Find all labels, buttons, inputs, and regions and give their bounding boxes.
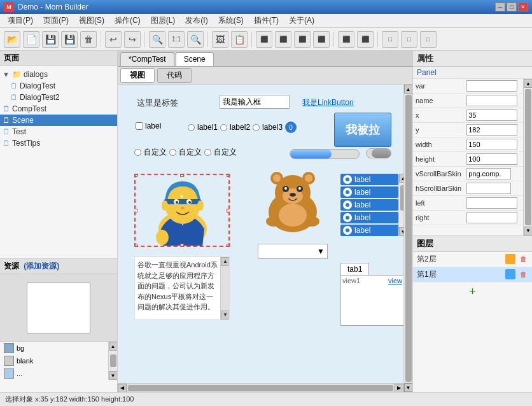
tab-CompTest[interactable]: *CompTest [120,52,174,66]
sel-handle-bc[interactable] [180,244,184,247]
toolbar-delete[interactable]: 🗑 [80,31,97,48]
widget-image-box[interactable]: ★ [134,174,230,247]
layer1-delete-button[interactable]: 🗑 [518,269,528,279]
checkbox-input[interactable] [136,122,143,130]
toolbar-new[interactable]: 📄 [23,31,39,48]
minimize-button[interactable]: ─ [495,3,505,11]
prop-input-var[interactable] [466,80,517,92]
toolbar-open[interactable]: 📂 [4,31,20,48]
self-radio1[interactable] [134,149,141,156]
list-item-2[interactable]: label [340,199,398,211]
menu-operation[interactable]: 操作(C) [109,14,146,27]
sel-handle-ml[interactable] [134,209,137,213]
prop-input-name[interactable] [466,95,517,106]
list-item-1[interactable]: label [340,186,398,198]
widget-checkbox1[interactable]: label [136,122,161,130]
radio2[interactable] [220,124,227,131]
prop-scroll-down[interactable]: ▼ [524,227,532,235]
list-item-4[interactable]: label [340,225,398,236]
toolbar-dist2[interactable]: ⬛ [357,31,374,48]
tree-item-dialogs[interactable]: ▼ 📁 dialogs [0,69,117,80]
prop-scroll-up[interactable]: ▲ [524,79,532,88]
asset-header[interactable]: 资源 (添加资源) [0,259,117,274]
widget-input1[interactable]: 我是输入框 [220,95,290,109]
view-link[interactable]: view [388,277,402,284]
menu-publish[interactable]: 发布(I) [180,14,213,27]
vscroll-down-btn[interactable]: ▼ [404,383,413,392]
canvas-content[interactable]: 这里是标签 我是输入框 我是LinkButton label label1 [118,85,412,392]
toolbar-save2[interactable]: 💾 [61,31,78,48]
toolbar-save1[interactable]: 💾 [42,31,59,48]
menu-system[interactable]: 系统(S) [213,14,249,27]
toolbar-zoom-in[interactable]: 🔍 [187,31,204,48]
prop-input-x[interactable] [466,109,517,121]
close-button[interactable]: ✕ [518,3,528,11]
layer2-delete-button[interactable]: 🗑 [518,254,528,264]
toolbar-layout3[interactable]: □ [420,31,437,48]
prop-input-y[interactable] [466,124,517,136]
asset-item-bg[interactable]: bg [0,342,108,354]
vscroll-up-btn[interactable]: ▲ [404,85,413,94]
radio1[interactable] [188,124,195,131]
asset-item-more[interactable]: ... [0,367,108,380]
layer-row-1[interactable]: 第1层 🗑 [413,267,532,283]
window-controls[interactable]: ─ □ ✕ [495,3,528,11]
menu-about[interactable]: 关于(A) [284,14,319,27]
toolbar-zoom-fit[interactable]: 1:1 [168,31,185,48]
toolbar-zoom-out[interactable]: 🔍 [149,31,165,48]
layer-row-2[interactable]: 第2层 🗑 [413,252,532,267]
prop-input-width[interactable] [466,139,517,150]
radio3[interactable] [253,124,260,131]
toolbar-copy[interactable]: 📋 [231,31,248,48]
list-item-0[interactable]: label [340,174,398,185]
asset-add-label[interactable]: (添加资源) [24,262,59,270]
hscroll-left-btn[interactable]: ◀ [118,384,127,393]
toolbar-layout2[interactable]: □ [401,31,417,48]
textblock-scroll-up[interactable]: ▲ [221,257,229,266]
toolbar-align2[interactable]: ⬛ [275,31,291,48]
menu-plugin[interactable]: 插件(T) [249,14,284,27]
code-button[interactable]: 代码 [157,68,192,83]
prop-input-hscrollbar[interactable] [466,183,511,194]
toolbar-align1[interactable]: ⬛ [256,31,272,48]
maximize-button[interactable]: □ [507,3,517,11]
asset-scroll-down[interactable]: ▼ [109,371,118,380]
prop-input-height[interactable] [466,153,517,165]
menu-layer[interactable]: 图层(L) [146,14,181,27]
textblock-scroll-down[interactable]: ▼ [221,311,229,319]
widget-link1[interactable]: 我是LinkButton [302,97,354,108]
tree-item-DialogTest[interactable]: 🗒 DialogTest [8,80,117,92]
tab-btn-1[interactable]: tab1 [340,263,369,275]
menu-view[interactable]: 视图(S) [74,14,109,27]
toolbar-undo[interactable]: ↩ [105,31,122,48]
toolbar-align3[interactable]: ⬛ [294,31,311,48]
tree-item-CompTest[interactable]: 🗒 CompTest [0,103,117,115]
toolbar-redo[interactable]: ↪ [124,31,141,48]
tree-item-DialogTest2[interactable]: 🗒 DialogTest2 [8,92,117,103]
toolbar-img[interactable]: 🖼 [212,31,228,48]
toolbar-align4[interactable]: ⬛ [313,31,330,48]
widget-dropdown[interactable]: ▼ [258,244,328,259]
toolbar-layout1[interactable]: □ [382,31,398,48]
toolbar-dist1[interactable]: ⬛ [338,31,354,48]
self-radio3[interactable] [204,149,211,156]
prop-input-vscrollbar[interactable] [466,168,511,179]
menu-page[interactable]: 页面(P) [38,14,74,27]
add-layer-button[interactable]: + [413,283,532,301]
self-radio2[interactable] [169,149,176,156]
prop-input-left[interactable] [466,197,517,209]
tree-item-TestTips[interactable]: 🗒 TestTips [0,137,117,149]
menu-project[interactable]: 项目(P) [3,14,38,27]
view-button[interactable]: 视图 [120,68,155,83]
sel-handle-bl[interactable] [134,244,137,247]
sel-handle-tl[interactable] [134,174,137,177]
prop-input-right[interactable] [466,212,517,223]
asset-item-blank[interactable]: blank [0,354,108,367]
sel-handle-tc[interactable] [180,174,184,177]
tab-Scene[interactable]: Scene [176,52,214,66]
asset-scroll-up[interactable]: ▲ [109,342,118,351]
tree-item-Test[interactable]: 🗒 Test [0,126,117,137]
hscroll-right-btn[interactable]: ▶ [395,384,403,393]
widget-scroll-handle[interactable] [366,148,391,158]
widget-big-button[interactable]: 我被拉 [334,113,391,147]
